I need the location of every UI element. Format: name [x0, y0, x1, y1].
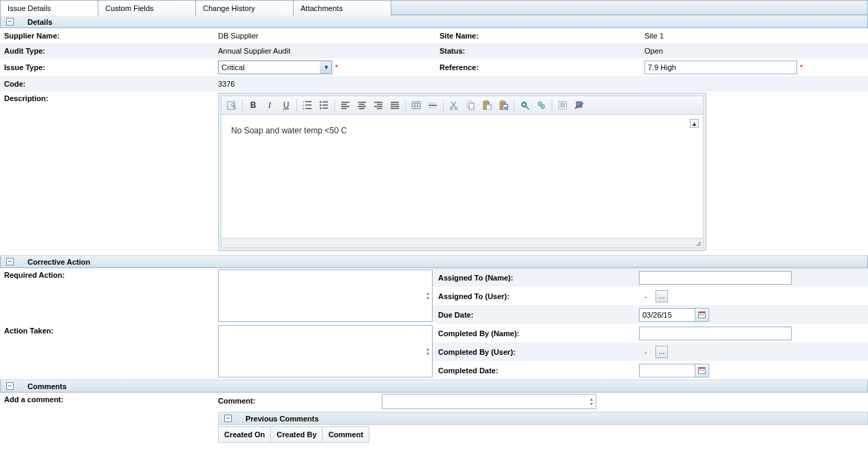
calendar-icon[interactable] [695, 308, 709, 322]
col-created-by[interactable]: Created By [271, 427, 323, 443]
section-header-corrective-action: − Corrective Action [0, 255, 868, 268]
align-center-icon[interactable] [354, 98, 369, 112]
value-completed-by-name [639, 324, 868, 342]
issue-type-select[interactable]: Critical [218, 60, 332, 74]
svg-rect-24 [374, 106, 382, 107]
reference-input[interactable] [644, 60, 797, 74]
lookup-button[interactable]: … [655, 346, 668, 358]
ordered-list-icon[interactable]: 123 [300, 98, 315, 112]
svg-rect-29 [391, 108, 399, 109]
tab-change-history[interactable]: Change History [196, 1, 294, 16]
spacer [644, 76, 868, 91]
svg-point-38 [450, 107, 452, 109]
underline-icon[interactable]: U [279, 98, 294, 112]
svg-rect-21 [359, 108, 365, 109]
svg-rect-55 [561, 104, 565, 105]
table-icon[interactable] [409, 98, 424, 112]
svg-rect-9 [323, 102, 328, 103]
comments-section: Add a comment: Comment: ▲▼ − Previous Co… [0, 393, 868, 443]
label-completed-by-user: Completed By (User): [433, 342, 639, 361]
label-add-comment: Add a comment: [0, 393, 218, 406]
replace-icon[interactable] [534, 98, 549, 112]
hr-icon[interactable] [425, 98, 440, 112]
value-due-date [639, 305, 868, 324]
required-action-textarea[interactable] [218, 270, 433, 322]
tab-issue-details[interactable]: Issue Details [1, 1, 98, 16]
svg-rect-43 [485, 101, 488, 103]
label-assigned-to-user: Assigned To (User): [433, 287, 639, 305]
copy-icon[interactable] [463, 98, 478, 112]
completed-date-input[interactable] [639, 364, 695, 377]
arrow-down-icon[interactable]: ▼ [424, 296, 431, 300]
collapse-icon[interactable]: − [224, 415, 232, 422]
assigned-to-name-input[interactable] [639, 271, 792, 285]
completed-by-name-input[interactable] [639, 327, 792, 340]
rich-text-editor: B I U 123 [218, 93, 706, 251]
label-description: Description: [0, 91, 218, 104]
col-created-on[interactable]: Created On [219, 427, 271, 443]
comment-textarea[interactable] [382, 394, 596, 409]
tab-attachments[interactable]: Attachments [294, 1, 391, 16]
rte-resize-handle[interactable] [221, 240, 704, 248]
collapse-icon[interactable]: − [6, 18, 14, 25]
preview-icon[interactable] [224, 98, 239, 112]
tab-custom-fields[interactable]: Custom Fields [98, 1, 196, 16]
rte-toolbar: B I U 123 [221, 96, 704, 115]
select-all-icon[interactable] [555, 98, 570, 112]
lookup-button[interactable]: … [655, 290, 668, 302]
arrow-down-icon[interactable]: ▼ [424, 351, 431, 356]
collapse-toolbar-icon[interactable]: ▲ [690, 119, 699, 128]
label-status: Status: [434, 43, 644, 58]
arrow-up-icon[interactable]: ▲ [424, 291, 431, 296]
collapse-icon[interactable]: − [6, 382, 14, 390]
align-justify-icon[interactable] [387, 98, 402, 112]
collapse-icon[interactable]: − [6, 258, 14, 265]
svg-rect-22 [374, 102, 382, 103]
svg-rect-56 [561, 107, 565, 107]
align-right-icon[interactable] [371, 98, 386, 112]
svg-rect-13 [323, 108, 328, 109]
remove-format-icon[interactable] [572, 98, 587, 112]
rte-content[interactable]: ▲ No Soap and water temp <50 C [221, 115, 704, 239]
col-comment[interactable]: Comment [323, 427, 369, 443]
row-completed-date: Completed Date: [433, 361, 868, 380]
label-issue-type: Issue Type: [0, 58, 218, 76]
calendar-icon[interactable] [695, 364, 709, 377]
italic-icon[interactable]: I [262, 98, 277, 112]
arrow-up-icon[interactable]: ▲ [424, 346, 431, 351]
svg-rect-61 [702, 314, 703, 316]
row-required-action: Required Action: ▲▼ [0, 268, 433, 323]
arrow-down-icon[interactable]: ▼ [588, 402, 595, 406]
action-taken-cell: ▲▼ [218, 324, 433, 379]
paste-icon[interactable] [479, 98, 495, 112]
svg-rect-23 [377, 104, 382, 105]
paste-word-icon[interactable]: W [496, 98, 511, 112]
value-supplier-name: DB Supplier [218, 28, 434, 43]
textarea-scroll-icon: ▲▼ [424, 325, 431, 377]
find-icon[interactable] [517, 98, 532, 112]
completed-by-user-value: - [644, 348, 647, 356]
svg-rect-41 [469, 103, 474, 109]
arrow-up-icon[interactable]: ▲ [588, 397, 595, 402]
svg-text:3: 3 [303, 107, 305, 110]
svg-rect-26 [391, 102, 399, 103]
align-left-icon[interactable] [338, 98, 353, 112]
row-code: Code: 3376 [0, 76, 868, 91]
assigned-to-user-value: - [644, 292, 647, 300]
svg-rect-18 [358, 102, 366, 103]
svg-rect-54 [561, 103, 565, 104]
toolbar-separator [552, 99, 552, 111]
value-assigned-to-name [639, 268, 868, 287]
row-due-date: Due Date: [433, 305, 868, 324]
unordered-list-icon[interactable] [316, 98, 332, 112]
svg-rect-44 [486, 104, 491, 110]
svg-rect-37 [428, 107, 437, 109]
description-cell: B I U 123 [218, 91, 706, 255]
toolbar-separator [334, 99, 335, 111]
bold-icon[interactable]: B [246, 98, 261, 112]
cut-icon[interactable] [446, 98, 462, 112]
due-date-input[interactable] [639, 308, 695, 322]
action-taken-textarea[interactable] [218, 325, 433, 377]
section-title: Corrective Action [28, 258, 90, 266]
row-completed-by-user: Completed By (User): - … [433, 342, 868, 361]
